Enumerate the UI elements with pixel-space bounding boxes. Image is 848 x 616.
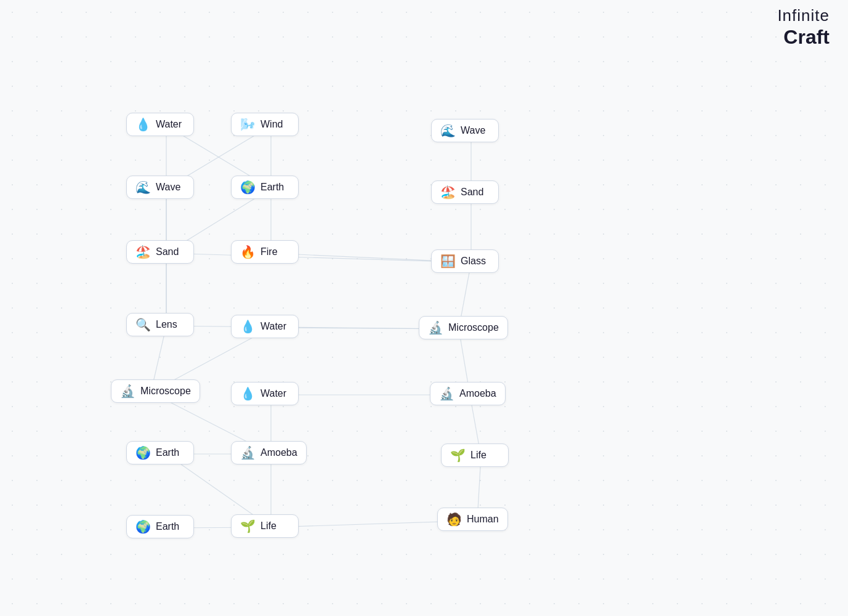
node-emoji-micro_r: 🔬: [428, 322, 443, 334]
node-emoji-wind1: 🌬️: [240, 118, 256, 131]
node-micro1[interactable]: 🔬Microscope: [111, 379, 200, 403]
craft-canvas[interactable]: Infinite Craft 💧Water🌬️Wind🌊Wave🌊Wave🌍Ea…: [0, 0, 848, 616]
node-emoji-fire1: 🔥: [240, 246, 256, 258]
node-wave1[interactable]: 🌊Wave: [126, 176, 194, 199]
node-label-human1: Human: [467, 514, 499, 525]
node-label-earth3: Earth: [156, 521, 179, 532]
node-label-glass_r: Glass: [461, 256, 486, 267]
node-emoji-wave1: 🌊: [135, 181, 151, 193]
node-emoji-water3: 💧: [240, 387, 256, 400]
node-sand_r[interactable]: 🏖️Sand: [431, 180, 499, 204]
node-emoji-glass_r: 🪟: [440, 255, 456, 267]
svg-line-9: [166, 253, 471, 262]
node-earth2[interactable]: 🌍Earth: [126, 441, 194, 464]
node-emoji-amoeba_r: 🔬: [439, 387, 454, 400]
node-label-micro1: Microscope: [140, 386, 191, 397]
node-label-life_r: Life: [470, 450, 487, 461]
node-water1[interactable]: 💧Water: [126, 113, 194, 136]
node-human1[interactable]: 🧑Human: [437, 508, 508, 531]
node-label-wind1: Wind: [260, 119, 283, 130]
node-fire1[interactable]: 🔥Fire: [231, 240, 299, 264]
node-emoji-earth3: 🌍: [135, 521, 151, 533]
node-amoeba1[interactable]: 🔬Amoeba: [231, 441, 307, 464]
node-amoeba_r[interactable]: 🔬Amoeba: [430, 382, 506, 405]
node-emoji-life1: 🌱: [240, 520, 256, 532]
node-label-sand1: Sand: [156, 246, 179, 257]
node-label-water1: Water: [156, 119, 182, 130]
node-emoji-water2: 💧: [240, 320, 256, 333]
node-life_r[interactable]: 🌱Life: [441, 444, 509, 467]
node-label-micro_r: Microscope: [448, 322, 499, 333]
node-glass_r[interactable]: 🪟Glass: [431, 249, 499, 273]
node-wave_tr[interactable]: 🌊Wave: [431, 119, 499, 142]
node-emoji-lens1: 🔍: [135, 318, 151, 331]
node-emoji-micro1: 🔬: [120, 385, 135, 397]
node-label-amoeba1: Amoeba: [260, 447, 297, 458]
node-label-earth1: Earth: [260, 182, 284, 193]
node-label-fire1: Fire: [260, 246, 278, 257]
node-label-earth2: Earth: [156, 447, 179, 458]
svg-line-12: [166, 326, 459, 329]
node-label-amoeba_r: Amoeba: [459, 388, 496, 399]
node-emoji-life_r: 🌱: [450, 449, 466, 461]
node-lens1[interactable]: 🔍Lens: [126, 313, 194, 336]
node-emoji-amoeba1: 🔬: [240, 447, 256, 459]
app-title-line1: Infinite: [777, 6, 830, 25]
node-emoji-human1: 🧑: [446, 513, 462, 525]
node-label-water3: Water: [260, 388, 286, 399]
node-emoji-wave_tr: 🌊: [440, 124, 456, 137]
node-earth3[interactable]: 🌍Earth: [126, 515, 194, 538]
node-emoji-earth2: 🌍: [135, 447, 151, 459]
node-label-wave_tr: Wave: [461, 125, 485, 136]
node-emoji-sand_r: 🏖️: [440, 186, 456, 198]
node-micro_r[interactable]: 🔬Microscope: [419, 316, 508, 339]
node-water2[interactable]: 💧Water: [231, 315, 299, 338]
app-title-line2: Craft: [777, 25, 830, 49]
node-emoji-sand1: 🏖️: [135, 246, 151, 258]
app-title: Infinite Craft: [777, 6, 830, 49]
node-earth1[interactable]: 🌍Earth: [231, 176, 299, 199]
node-label-wave1: Wave: [156, 182, 180, 193]
node-label-water2: Water: [260, 321, 286, 332]
node-emoji-water1: 💧: [135, 118, 151, 131]
node-label-sand_r: Sand: [461, 187, 483, 198]
node-sand1[interactable]: 🏖️Sand: [126, 240, 194, 264]
node-label-life1: Life: [260, 521, 277, 532]
node-emoji-earth1: 🌍: [240, 181, 256, 193]
node-wind1[interactable]: 🌬️Wind: [231, 113, 299, 136]
node-life1[interactable]: 🌱Life: [231, 514, 299, 538]
node-water3[interactable]: 💧Water: [231, 382, 299, 405]
node-label-lens1: Lens: [156, 319, 177, 330]
